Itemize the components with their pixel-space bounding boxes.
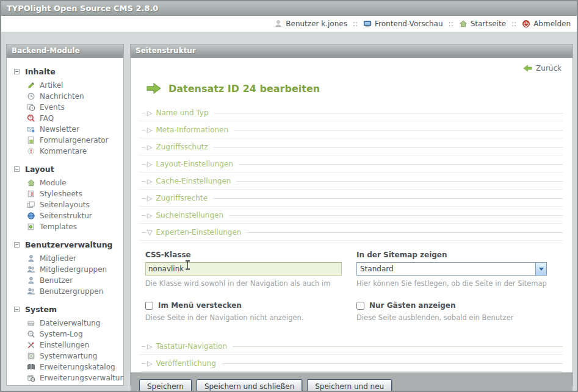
toolbar-separator: :: xyxy=(449,20,453,28)
back-label: Zurück xyxy=(536,64,562,73)
fieldset-zugriffsrechte[interactable]: ▷ Zugriffsrechte xyxy=(139,190,563,207)
fieldset-veroeffentlichung[interactable]: ▷ Veröffentlichung xyxy=(139,355,563,372)
sidebar-item-templates[interactable]: Templates xyxy=(14,221,118,232)
sitemap-label: In der Sitemap zeigen xyxy=(356,251,553,259)
chevron-down-icon xyxy=(539,268,544,271)
fieldset-zugriffsschutz[interactable]: ▷ Zugriffsschutz xyxy=(139,138,563,155)
layers-icon xyxy=(27,201,35,209)
sidebar-item-kommentare[interactable]: Kommentare xyxy=(14,146,118,157)
logout-icon xyxy=(522,20,530,28)
frontend-preview-label: Frontend-Vorschau xyxy=(375,20,443,28)
hide-menu-label: Im Menü verstecken xyxy=(158,301,242,310)
sitemap-selected-value: Standard xyxy=(357,265,535,273)
sidebar-item-seitenstruktur[interactable]: Seitenstruktur xyxy=(14,210,118,221)
sitemap-select[interactable]: Standard xyxy=(356,262,547,276)
toolbar-separator: :: xyxy=(511,20,516,28)
guests-only-checkbox[interactable] xyxy=(356,302,364,310)
sidebar-item-benutzergruppen[interactable]: Benutzergruppen xyxy=(14,286,118,297)
globe-icon xyxy=(27,212,35,220)
experten-einstellungen-form: CSS-Klasse Die Klasse wird sowohl in der… xyxy=(145,251,563,322)
fieldset-tastatur-navigation[interactable]: ▷ Tastatur-Navigation xyxy=(139,338,563,355)
collapsed-triangle-icon: ▷ xyxy=(147,178,152,185)
expanded-triangle-icon: ▽ xyxy=(147,229,152,236)
sidebar-item-dateiverwaltung[interactable]: Dateiverwaltung xyxy=(14,318,118,329)
sidebar-item-formulargenerator[interactable]: Formulargenerator xyxy=(14,135,118,146)
back-link[interactable]: Zurück xyxy=(523,64,562,73)
tools-icon xyxy=(27,341,35,349)
fieldset-layout-einstellungen[interactable]: ▷ Layout-Einstellungen xyxy=(139,155,563,173)
home-link[interactable]: Startseite xyxy=(459,20,506,28)
user-link[interactable]: Benutzer k.jones xyxy=(274,20,347,28)
save-and-close-button[interactable]: Speichern und schließen xyxy=(197,379,302,392)
save-and-new-button[interactable]: Speichern und neu xyxy=(307,379,392,392)
hide-menu-checkbox[interactable] xyxy=(145,302,153,310)
book-icon xyxy=(27,363,35,371)
save-button[interactable]: Speichern xyxy=(139,379,192,392)
top-toolbar: Benutzer k.jones :: Frontend-Vorschau ::… xyxy=(1,16,577,32)
user-icon xyxy=(274,20,283,28)
home-label: Startseite xyxy=(471,20,506,28)
template-icon xyxy=(27,223,35,231)
sidebar-item-erweiterungsverwaltung[interactable]: Erweiterungsverwaltung xyxy=(14,372,118,383)
person-icon xyxy=(27,254,35,263)
sidebar-item-mitglieder[interactable]: Mitglieder xyxy=(14,253,118,264)
sidebar-item-einstellungen[interactable]: Einstellungen xyxy=(14,340,118,351)
comment-icon xyxy=(27,147,35,155)
main-panel-title: Seitenstruktur xyxy=(131,45,573,58)
collapsed-triangle-icon: ▷ xyxy=(147,127,152,134)
sidebar-section-system[interactable]: System xyxy=(14,305,118,314)
maintenance-icon xyxy=(27,352,35,360)
select-dropdown-button[interactable] xyxy=(535,263,546,275)
collapse-icon[interactable] xyxy=(14,166,20,172)
sidebar-item-stylesheets[interactable]: Stylesheets xyxy=(14,188,118,199)
pencil-icon xyxy=(27,81,35,90)
sidebar-item-mitgliedergruppen[interactable]: Mitgliedergruppen xyxy=(14,264,118,275)
logout-label: Abmelden xyxy=(533,20,571,28)
user-label: Benutzer k.jones xyxy=(286,20,347,28)
sidebar-section-layout[interactable]: Layout xyxy=(14,165,118,174)
fieldset-sucheinstellungen[interactable]: ▷ Sucheinstellungen xyxy=(139,207,563,224)
collapsed-triangle-icon: ▷ xyxy=(147,212,152,219)
back-arrow-icon xyxy=(523,65,532,72)
collapsed-triangle-icon: ▷ xyxy=(147,144,152,151)
extension-icon xyxy=(27,374,35,382)
css-class-input[interactable] xyxy=(145,262,342,276)
sidebar-item-system-log[interactable]: System-Log xyxy=(14,329,118,340)
fieldset-meta-informationen[interactable]: ▷ Meta-Informationen xyxy=(139,121,563,138)
sidebar-title: Backend-Module xyxy=(7,45,123,58)
sidebar-item-seitenlayouts[interactable]: Seitenlayouts xyxy=(14,199,118,210)
css-class-label: CSS-Klasse xyxy=(145,251,347,259)
sidebar-item-newsletter[interactable]: Newsletter xyxy=(14,124,118,135)
calendar-icon xyxy=(27,103,35,112)
frontend-preview-link[interactable]: Frontend-Vorschau xyxy=(363,20,443,28)
toolbar-separator: :: xyxy=(353,20,358,28)
sitemap-help: Hier können Sie festlegen, ob die Seite … xyxy=(356,279,553,288)
form-icon xyxy=(27,136,35,144)
monitor-icon xyxy=(363,20,372,28)
home-icon xyxy=(459,20,468,28)
fieldset-experten-einstellungen[interactable]: ▽ Experten-Einstellungen xyxy=(139,224,563,241)
sidebar: Backend-Module Inhalte Artikel Nachricht… xyxy=(6,44,124,386)
sidebar-item-module[interactable]: Module xyxy=(14,177,118,188)
collapse-icon[interactable] xyxy=(14,307,20,312)
css-class-help: Die Klasse wird sowohl in der Navigation… xyxy=(145,279,347,288)
collapsed-triangle-icon: ▷ xyxy=(147,195,152,202)
sidebar-item-benutzer[interactable]: Benutzer xyxy=(14,275,118,286)
sidebar-item-events[interactable]: Events xyxy=(14,102,118,113)
app-title: TYPOlight Open Source CMS 2.8.0 xyxy=(1,1,577,16)
sidebar-item-artikel[interactable]: Artikel xyxy=(14,80,118,91)
sidebar-item-faq[interactable]: FAQ xyxy=(14,113,118,124)
hide-menu-help: Diese Seite in der Navigation nicht anze… xyxy=(145,313,347,322)
guests-only-help: Diese Seite ausblenden, sobald ein Benut… xyxy=(356,313,553,322)
collapse-icon[interactable] xyxy=(14,242,20,248)
sidebar-item-erweiterungskatalog[interactable]: Erweiterungskatalog xyxy=(14,362,118,372)
collapsed-triangle-icon: ▷ xyxy=(147,161,152,168)
sidebar-section-benutzerverwaltung[interactable]: Benutzerverwaltung xyxy=(14,240,118,249)
sidebar-section-inhalte[interactable]: Inhalte xyxy=(14,67,118,76)
sidebar-item-nachrichten[interactable]: Nachrichten xyxy=(14,91,118,102)
fieldset-cache-einstellungen[interactable]: ▷ Cache-Einstellungen xyxy=(139,173,563,190)
collapse-icon[interactable] xyxy=(14,69,20,74)
logout-link[interactable]: Abmelden xyxy=(522,20,571,28)
fieldset-name-und-typ[interactable]: ▷ Name und Typ xyxy=(139,104,563,121)
sidebar-item-systemwartung[interactable]: Systemwartung xyxy=(14,351,118,362)
